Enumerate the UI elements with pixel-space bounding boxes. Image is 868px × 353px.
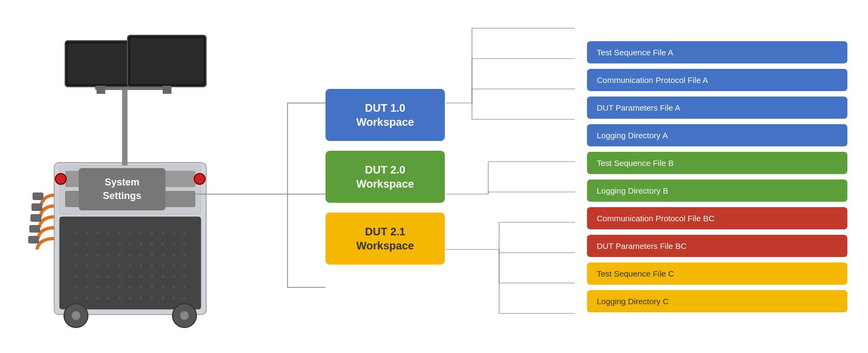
file-item-comm-proto-a[interactable]: Communication Protocol File A: [587, 69, 847, 91]
svg-point-7: [129, 232, 132, 235]
file-item-dut-params-bc[interactable]: DUT Parameters File BC: [587, 235, 847, 257]
svg-point-33: [172, 253, 175, 256]
svg-point-40: [129, 264, 132, 267]
svg-point-3: [85, 232, 88, 235]
dut21-label: DUT 2.1Workspace: [356, 226, 414, 252]
svg-point-46: [74, 275, 78, 278]
svg-point-49: [107, 275, 110, 278]
file-item-test-seq-c[interactable]: Test Sequence File C: [587, 262, 847, 285]
svg-point-64: [150, 286, 154, 289]
svg-point-53: [150, 275, 154, 278]
svg-point-12: [183, 232, 186, 235]
file-item-log-dir-c[interactable]: Logging Directory C: [587, 290, 847, 312]
svg-rect-1: [60, 217, 201, 309]
svg-point-92: [180, 311, 189, 320]
svg-point-22: [172, 242, 175, 246]
svg-point-55: [172, 275, 175, 278]
svg-point-75: [150, 297, 154, 300]
file-item-dut-params-a[interactable]: DUT Parameters File A: [587, 97, 847, 119]
svg-point-23: [183, 242, 186, 246]
svg-point-25: [85, 253, 88, 256]
svg-point-57: [74, 286, 78, 289]
system-settings-label2: Settings: [103, 190, 141, 201]
dut20-label: DUT 2.0Workspace: [356, 164, 414, 190]
svg-point-48: [96, 275, 99, 278]
svg-point-44: [172, 264, 175, 267]
svg-point-4: [96, 232, 99, 235]
svg-point-19: [139, 242, 143, 246]
svg-point-13: [74, 242, 78, 246]
svg-point-45: [183, 264, 186, 267]
svg-point-41: [139, 264, 143, 267]
svg-point-27: [107, 253, 110, 256]
svg-point-37: [96, 264, 99, 267]
file-item-comm-proto-bc[interactable]: Communication Protocol File BC: [587, 207, 847, 229]
dut20-workspace-box[interactable]: DUT 2.0Workspace: [326, 151, 445, 203]
svg-point-9: [150, 232, 154, 235]
svg-point-67: [183, 286, 186, 289]
system-settings-label: System: [105, 177, 139, 188]
svg-point-32: [161, 253, 164, 256]
workspace-boxes-container: DUT 1.0Workspace DUT 2.0Workspace DUT 2.…: [326, 89, 445, 265]
svg-point-36: [85, 264, 88, 267]
svg-point-69: [85, 297, 88, 300]
svg-point-51: [129, 275, 132, 278]
svg-point-47: [85, 275, 88, 278]
file-item-log-dir-a[interactable]: Logging Directory A: [587, 124, 847, 146]
main-container: System Settings: [0, 0, 868, 353]
file-items-container: Test Sequence File A Communication Proto…: [587, 41, 858, 312]
svg-point-83: [194, 174, 205, 184]
file-item-test-seq-b[interactable]: Test Sequence File B: [587, 152, 847, 174]
svg-point-8: [139, 232, 143, 235]
svg-rect-84: [33, 192, 43, 200]
svg-rect-88: [28, 236, 39, 243]
svg-rect-93: [122, 87, 127, 165]
svg-point-71: [107, 297, 110, 300]
svg-point-77: [172, 297, 175, 300]
svg-point-68: [74, 297, 78, 300]
file-item-log-dir-b[interactable]: Logging Directory B: [587, 179, 847, 202]
svg-point-59: [96, 286, 99, 289]
svg-point-43: [161, 264, 164, 267]
svg-point-78: [183, 297, 186, 300]
svg-point-17: [118, 242, 121, 246]
svg-point-39: [118, 264, 121, 267]
svg-point-10: [161, 232, 164, 235]
dut10-label: DUT 1.0Workspace: [356, 102, 414, 128]
svg-point-34: [183, 253, 186, 256]
svg-point-70: [96, 297, 99, 300]
svg-point-38: [107, 264, 110, 267]
svg-point-56: [183, 275, 186, 278]
svg-point-60: [107, 286, 110, 289]
svg-point-50: [118, 275, 121, 278]
svg-rect-100: [163, 86, 171, 94]
svg-point-31: [150, 253, 154, 256]
svg-point-5: [107, 232, 110, 235]
svg-point-18: [129, 242, 132, 246]
svg-point-11: [172, 232, 175, 235]
svg-point-63: [139, 286, 143, 289]
svg-rect-87: [29, 225, 40, 233]
svg-rect-86: [30, 214, 41, 222]
svg-point-42: [150, 264, 154, 267]
svg-point-14: [85, 242, 88, 246]
svg-point-21: [161, 242, 164, 246]
svg-point-65: [161, 286, 164, 289]
svg-point-6: [118, 232, 121, 235]
svg-point-29: [129, 253, 132, 256]
svg-point-16: [107, 242, 110, 246]
svg-point-82: [55, 174, 66, 184]
svg-point-72: [118, 297, 121, 300]
svg-rect-96: [68, 43, 133, 84]
dut10-workspace-box[interactable]: DUT 1.0Workspace: [326, 89, 445, 141]
svg-point-35: [74, 264, 78, 267]
svg-point-20: [150, 242, 154, 246]
workstation-area: System Settings: [0, 0, 260, 353]
svg-point-30: [139, 253, 143, 256]
dut21-workspace-box[interactable]: DUT 2.1Workspace: [326, 213, 445, 265]
svg-point-26: [96, 253, 99, 256]
svg-point-2: [74, 232, 78, 235]
file-item-test-seq-a[interactable]: Test Sequence File A: [587, 41, 847, 63]
svg-rect-99: [130, 38, 203, 84]
svg-point-52: [139, 275, 143, 278]
